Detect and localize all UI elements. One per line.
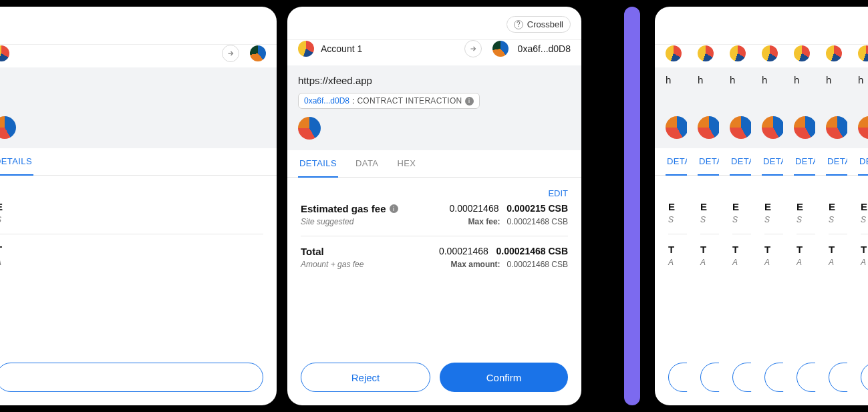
- total-value: 0.00021468 0.00021468 CSB: [439, 246, 568, 256]
- total-subtitle: Amount + gas fee: [301, 260, 364, 269]
- from-avatar-icon: [298, 41, 314, 57]
- network-pill[interactable]: ? Crossbell: [507, 16, 571, 33]
- gas-fee-display: 0.000215 CSB: [507, 203, 568, 214]
- total-title: Total: [301, 246, 324, 257]
- total-native: 0.00021468: [439, 246, 488, 256]
- accounts-row: Account 1 0xa6f...d0D8: [287, 40, 581, 65]
- tab-details[interactable]: DETAILS: [298, 150, 338, 178]
- gas-fee-value: 0.00021468 0.000215 CSB: [450, 203, 568, 214]
- from-account-label: Account 1: [321, 43, 458, 54]
- max-fee-value: 0.00021468 CSB: [507, 217, 568, 226]
- to-avatar-icon: [492, 41, 509, 57]
- contract-chip[interactable]: 0xa6f...d0D8 : CONTRACT INTERACTION i: [298, 93, 480, 109]
- tab-hex[interactable]: HEX: [396, 150, 417, 178]
- info-icon: i: [465, 97, 474, 106]
- stack-highlight-card: [624, 7, 640, 405]
- chip-label: CONTRACT INTERACTION: [357, 96, 462, 106]
- origin-url: https://xfeed.app: [298, 75, 571, 86]
- details-panel: EDIT Estimated gas fee i 0.00021468 0.00…: [287, 178, 581, 349]
- chip-separator: :: [352, 96, 354, 106]
- transaction-card: ? Crossbell Account 1 0xa6f...d0D8 https…: [287, 7, 581, 405]
- button-row: Reject Confirm: [287, 349, 581, 405]
- gas-fee-native: 0.00021468: [450, 203, 499, 214]
- chip-address: 0xa6f...d0D8: [304, 96, 349, 106]
- info-icon[interactable]: i: [390, 204, 398, 213]
- tab-data[interactable]: DATA: [354, 150, 380, 178]
- header-row: ? Crossbell: [287, 7, 581, 39]
- gas-fee-subtitle: Site suggested: [301, 217, 353, 226]
- question-icon: ?: [514, 20, 523, 29]
- reject-button[interactable]: Reject: [301, 363, 430, 392]
- max-amount-value: 0.00021468 CSB: [507, 260, 568, 269]
- info-block: https://xfeed.app 0xa6f...d0D8 : CONTRAC…: [287, 65, 581, 150]
- max-amount-key: Max amount:: [451, 260, 500, 269]
- to-address: 0xa6f...d0D8: [518, 43, 571, 54]
- gas-fee-title: Estimated gas fee i: [301, 203, 398, 214]
- gas-fee-title-text: Estimated gas fee: [301, 203, 386, 214]
- confirm-button[interactable]: Confirm: [440, 363, 568, 392]
- arrow-icon: [464, 40, 482, 57]
- divider: [301, 236, 568, 236]
- total-display: 0.00021468 CSB: [496, 246, 568, 256]
- network-label: Crossbell: [527, 19, 563, 29]
- edit-button[interactable]: EDIT: [548, 188, 568, 198]
- max-fee-key: Max fee:: [468, 217, 500, 226]
- tabs: DETAILS DATA HEX: [287, 150, 581, 178]
- token-avatar-icon: [298, 117, 321, 140]
